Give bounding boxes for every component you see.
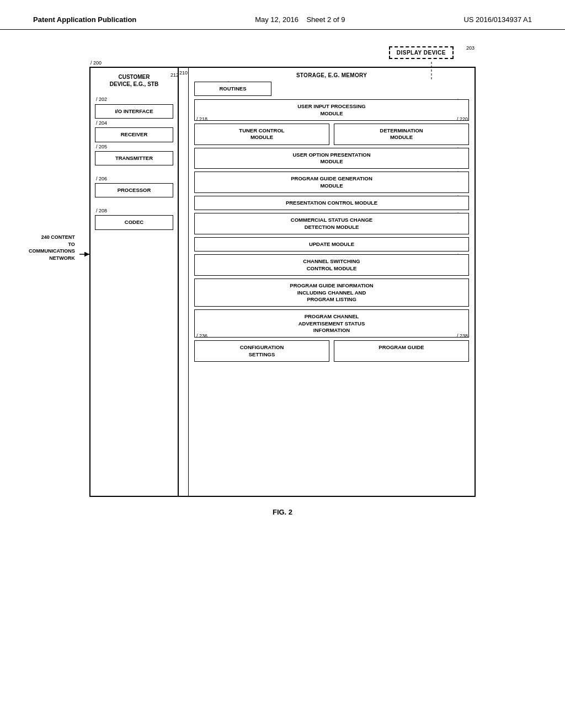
presentation-control-box: PRESENTATION CONTROL MODULE: [194, 196, 469, 210]
display-device-ref: 203: [466, 45, 475, 51]
channel-switching-box: CHANNEL SWITCHINGCONTROL MODULE: [194, 254, 469, 276]
processor-box: PROCESSOR: [95, 183, 173, 197]
middle-divider: 210: [179, 68, 189, 496]
configuration-settings-box: CONFIGURATIONSETTINGS: [194, 340, 329, 362]
determination-box: DETERMINATIONMODULE: [334, 124, 469, 145]
customer-device-ref: 212: [170, 72, 179, 78]
codec-box: CODEC: [95, 215, 173, 229]
main-outer-box: CUSTOMERDEVICE, E.G., STB 212 / 202 I/O …: [89, 67, 476, 497]
module-238-ref: / 238: [457, 333, 468, 339]
user-option-presentation-box: USER OPTION PRESENTATIONMODULE: [194, 148, 469, 169]
diagram-wrapper: DISPLAY DEVICE 203 / 200 CUSTOMERDEVICE,…: [89, 46, 476, 497]
figure-caption: FIG. 2: [273, 508, 292, 516]
header-publication-label: Patent Application Publication: [33, 15, 136, 24]
display-device-label: DISPLAY DEVICE: [397, 50, 446, 56]
module-236-ref: / 236: [196, 333, 207, 339]
customer-device-label: CUSTOMERDEVICE, E.G., STB: [95, 73, 173, 88]
tuner-control-box: TUNER CONTROLMODULE: [194, 124, 329, 145]
right-panel: STORAGE, E.G. MEMORY / 214 ROUTINES / 21…: [189, 68, 475, 496]
receiver-ref-label: / 204: [96, 120, 107, 126]
routines-label: ROUTINES: [219, 85, 246, 92]
user-input-processing-box: USER INPUT PROCESSINGMODULE: [194, 99, 469, 121]
header-date-sheet: May 12, 2016 Sheet 2 of 9: [255, 15, 345, 24]
routines-box: ROUTINES: [194, 82, 271, 96]
io-interface-label: I/O INTERFACE: [115, 108, 153, 114]
page-header: Patent Application Publication May 12, 2…: [0, 0, 565, 30]
receiver-box: RECEIVER: [95, 127, 173, 142]
transmitter-label: TRANSMITTER: [115, 155, 153, 161]
program-guide-info-box: PROGRAM GUIDE INFORMATIONINCLUDING CHANN…: [194, 279, 469, 307]
module-218-ref: / 218: [196, 116, 207, 122]
outer-box-ref: / 200: [90, 60, 102, 66]
program-channel-adv-box: PROGRAM CHANNELADVERTISEMENT STATUSINFOR…: [194, 309, 469, 338]
codec-ref-label: / 208: [96, 208, 107, 213]
program-guide-generation-box: PROGRAM GUIDE GENERATIONMODULE: [194, 172, 469, 193]
header-sheet: Sheet 2 of 9: [306, 15, 345, 24]
commercial-status-change-box: COMMERCIAL STATUS CHANGEDETECTION MODULE: [194, 213, 469, 234]
storage-label: STORAGE, E.G. MEMORY: [194, 72, 469, 78]
processor-ref-label: / 206: [96, 176, 107, 181]
module-220-ref: / 220: [457, 116, 468, 122]
io-ref-label: / 202: [96, 97, 107, 102]
figure-area: DISPLAY DEVICE 203 / 200 CUSTOMERDEVICE,…: [0, 35, 565, 527]
display-device-box: DISPLAY DEVICE: [389, 46, 454, 59]
content-network-label: 240 CONTENTTOCOMMUNICATIONSNETWORK: [29, 234, 75, 261]
left-panel: CUSTOMERDEVICE, E.G., STB 212 / 202 I/O …: [90, 68, 179, 496]
header-date: May 12, 2016: [255, 15, 299, 24]
io-interface-box: I/O INTERFACE: [95, 104, 173, 119]
receiver-label: RECEIVER: [121, 131, 148, 137]
transmitter-ref-label: / 205: [96, 144, 107, 149]
content-arrow: [79, 250, 95, 258]
codec-label: CODEC: [125, 219, 143, 225]
transmitter-box: TRANSMITTER: [95, 151, 173, 165]
update-module-box: UPDATE MODULE: [194, 237, 469, 251]
middle-ref: 210: [179, 70, 188, 76]
processor-label: PROCESSOR: [118, 187, 151, 193]
page: Patent Application Publication May 12, 2…: [0, 0, 565, 728]
header-patent-number: US 2016/0134937 A1: [463, 15, 532, 24]
program-guide-box: PROGRAM GUIDE: [334, 340, 469, 362]
